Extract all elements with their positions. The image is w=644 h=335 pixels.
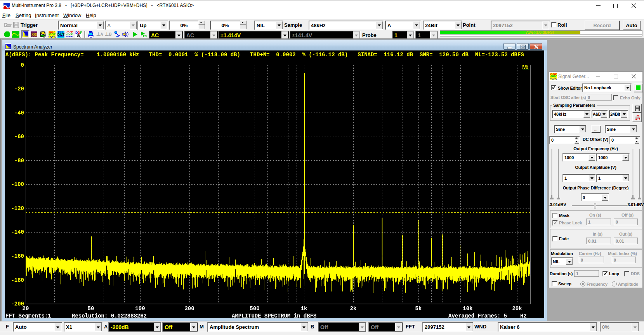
svg-text:000: 000	[58, 35, 64, 38]
svg-text:P: P	[80, 31, 82, 35]
svg-text:888: 888	[31, 32, 37, 38]
